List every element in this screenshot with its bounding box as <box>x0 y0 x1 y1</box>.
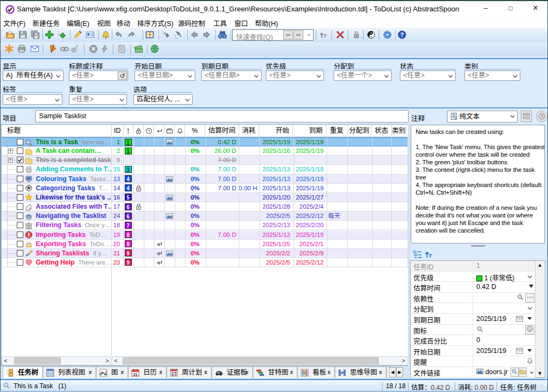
svg-text:?: ? <box>400 31 404 38</box>
svg-text:31: 31 <box>133 372 138 376</box>
